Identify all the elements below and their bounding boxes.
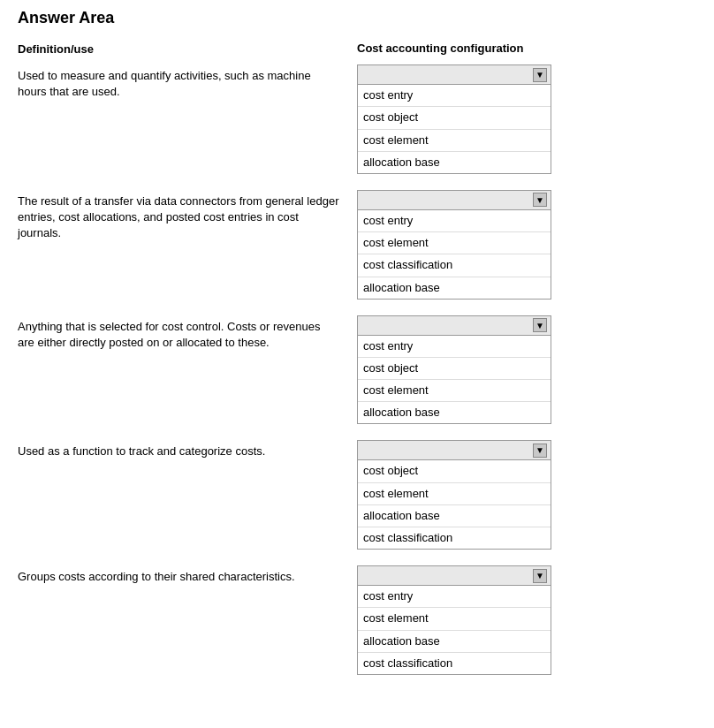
table-row: Anything that is selected for cost contr… <box>18 315 696 425</box>
dropdown-arrow-5[interactable]: ▼ <box>533 569 547 583</box>
list-item[interactable]: cost classification <box>358 527 551 549</box>
dropdown-1[interactable]: ▼ cost entry cost object cost element al… <box>357 64 551 174</box>
list-item[interactable]: cost object <box>358 358 551 380</box>
definition-text-5: Groups costs according to their shared c… <box>18 570 295 583</box>
config-header: Cost accounting configuration <box>357 42 524 55</box>
definition-text-4: Used as a function to track and categori… <box>18 444 265 458</box>
definition-text-1: Used to measure and quantify activities,… <box>18 69 311 98</box>
dropdown-arrow-4[interactable]: ▼ <box>533 444 547 458</box>
dropdown-arrow-3[interactable]: ▼ <box>533 318 547 332</box>
dropdown-2[interactable]: ▼ cost entry cost element cost classific… <box>357 190 551 300</box>
table-row: The result of a transfer via data connec… <box>18 190 696 300</box>
list-item[interactable]: cost object <box>358 460 551 482</box>
dropdown-arrow-2[interactable]: ▼ <box>533 193 547 207</box>
page-title: Answer Area <box>18 9 696 27</box>
list-item[interactable]: cost classification <box>358 653 551 674</box>
table-row: Used to measure and quantify activities,… <box>18 64 696 174</box>
list-item[interactable]: allocation base <box>358 402 551 423</box>
table-row: Used as a function to track and categori… <box>18 440 696 550</box>
list-item[interactable]: cost entry <box>358 336 551 358</box>
list-item[interactable]: cost element <box>358 130 551 152</box>
list-item[interactable]: cost classification <box>358 254 551 277</box>
dropdown-5[interactable]: ▼ cost entry cost element allocation bas… <box>357 565 551 675</box>
dropdown-3[interactable]: ▼ cost entry cost object cost element al… <box>357 315 551 425</box>
list-item[interactable]: allocation base <box>358 277 551 299</box>
definition-text-2: The result of a transfer via data connec… <box>18 194 338 239</box>
list-item[interactable]: cost element <box>358 483 551 505</box>
list-item[interactable]: cost entry <box>358 85 551 107</box>
list-item[interactable]: cost entry <box>358 586 551 608</box>
dropdown-arrow-1[interactable]: ▼ <box>533 68 547 82</box>
list-item[interactable]: cost element <box>358 608 551 630</box>
dropdown-options-4: cost object cost element allocation base… <box>358 460 551 549</box>
list-item[interactable]: cost element <box>358 380 551 402</box>
list-item[interactable]: allocation base <box>358 152 551 173</box>
dropdown-options-3: cost entry cost object cost element allo… <box>358 336 551 424</box>
list-item[interactable]: cost entry <box>358 210 551 232</box>
definition-header: Definition/use <box>18 42 94 56</box>
dropdown-options-5: cost entry cost element allocation base … <box>358 586 551 674</box>
dropdown-4[interactable]: ▼ cost object cost element allocation ba… <box>357 440 551 550</box>
table-row: Groups costs according to their shared c… <box>18 565 696 675</box>
list-item[interactable]: allocation base <box>358 631 551 653</box>
list-item[interactable]: cost element <box>358 232 551 254</box>
list-item[interactable]: allocation base <box>358 505 551 527</box>
list-item[interactable]: cost object <box>358 107 551 129</box>
definition-text-3: Anything that is selected for cost contr… <box>18 320 321 349</box>
dropdown-options-2: cost entry cost element cost classificat… <box>358 210 551 299</box>
dropdown-options-1: cost entry cost object cost element allo… <box>358 85 551 173</box>
